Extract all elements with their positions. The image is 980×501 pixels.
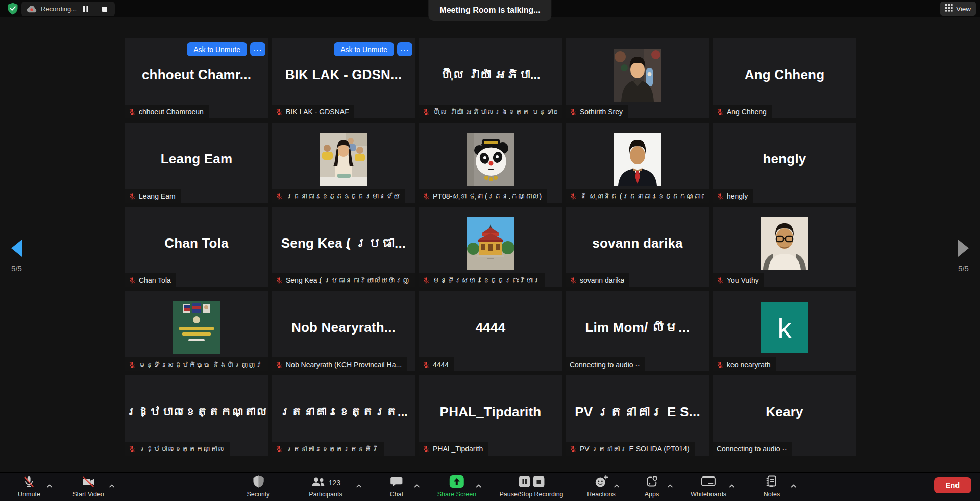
mic-muted-icon — [276, 108, 283, 115]
participant-tile: Chan Tola Chan Tola — [125, 207, 268, 287]
toolbar-item-chat[interactable]: Chat — [390, 475, 403, 498]
toolbar-item-label: Unmute — [18, 491, 40, 498]
participant-tile: Nob Nearyrath... Nob Nearyrath (KCH Prov… — [272, 291, 415, 371]
next-page-arrow-icon[interactable] — [958, 240, 969, 257]
toolbar-item-label: Pause/Stop Recording — [499, 491, 563, 498]
mic-muted-icon — [22, 475, 36, 491]
participant-tile: រតនាគារខេត្តឧត្តរមានជ័យ — [272, 123, 415, 203]
host-controls: Ask to Unmute ··· — [187, 42, 265, 56]
chevron-up-icon[interactable] — [109, 481, 115, 490]
toolbar-item-participants[interactable]: 123 Participants — [309, 475, 342, 498]
name-label: You Vuthy — [713, 273, 764, 287]
chevron-up-icon[interactable] — [729, 481, 735, 490]
toolbar-item-apps[interactable]: Apps — [645, 475, 659, 498]
toolbar-item-label: Security — [247, 491, 270, 498]
view-button-label: View — [956, 5, 971, 13]
chevron-up-icon[interactable] — [414, 481, 420, 490]
name-label: Chan Tola — [125, 273, 176, 287]
name-label: chhoeut Chamroeun — [125, 105, 209, 118]
chevron-up-icon[interactable] — [668, 481, 673, 490]
page-indicator-right: 5/5 — [958, 264, 969, 273]
stop-recording-button[interactable] — [100, 4, 110, 14]
shield-check-icon — [6, 2, 19, 15]
whiteboards-icon — [701, 475, 716, 490]
mic-muted-icon — [717, 361, 724, 368]
participant-tile: Leang Eam Leang Eam — [125, 123, 268, 203]
pause-recording-button[interactable] — [81, 4, 91, 14]
name-label-text: keo nearyrath — [727, 361, 771, 369]
name-label: រតនាគារខេត្តរតនគិរី — [272, 442, 384, 456]
mic-muted-icon — [717, 277, 724, 284]
toolbar-item-unmute[interactable]: Unmute — [18, 475, 40, 498]
mic-muted-icon — [717, 108, 724, 115]
mic-muted-icon — [276, 193, 283, 200]
participant-tile: PT08-សុខា ថុនា (រតន.កណ្តាល) — [419, 123, 562, 203]
prev-page-control: 5/5 — [11, 240, 22, 273]
name-label-text: Seng Kea ( ប្រធានការិយាល័យហិរញ្ញ... — [286, 276, 410, 284]
name-label: Seng Kea ( ប្រធានការិយាល័យហិរញ្ញ... — [272, 273, 415, 287]
participant-tile: Sothirith Srey — [566, 38, 709, 118]
mic-muted-icon — [423, 361, 430, 368]
name-label-text: You Vuthy — [727, 276, 759, 284]
toolbar-item-start-video[interactable]: Start Video — [72, 475, 104, 498]
participant-display-name: chhoeut Chamr... — [142, 67, 251, 90]
toolbar-item-label: Chat — [390, 491, 403, 498]
participant-display-name: Ang Chheng — [745, 67, 825, 90]
name-label-text: រតនាគារខេត្តឧត្តរមានជ័យ — [286, 192, 400, 200]
mic-muted-icon — [717, 193, 724, 200]
toolbar-item-share-screen[interactable]: Share Screen — [437, 475, 476, 498]
chevron-up-icon[interactable] — [47, 481, 53, 490]
toolbar-item-label: Reactions — [587, 491, 616, 498]
more-options-button[interactable]: ··· — [397, 42, 412, 56]
name-label-text: BIK LAK - GDSNAF — [286, 108, 349, 116]
participant-tile: មន្ទីរសេដ្ឋកិច្ច និងហិរញ្ញវត្ថុខេត្តស្ទឹ… — [125, 291, 268, 371]
name-label: Nob Nearyrath (KCH Provincail Ha... — [272, 357, 407, 371]
chevron-up-icon[interactable] — [356, 481, 362, 490]
participant-display-name: Nob Nearyrath... — [291, 320, 396, 343]
toolbar-item-whiteboards[interactable]: Whiteboards — [691, 475, 726, 498]
participant-display-name: ហ៊ុីល វ៉ាយ៉ា អភិបា... — [440, 68, 540, 89]
reactions-icon — [594, 475, 608, 490]
participant-display-name: sovann darika — [592, 235, 682, 258]
name-label-text: Connecting to audio ·· — [570, 361, 640, 369]
participant-display-name: Seng Kea ( ប្រធា... — [281, 235, 406, 258]
name-label: BIK LAK - GDSNAF — [272, 105, 354, 118]
participants-icon — [311, 475, 326, 490]
chevron-up-icon[interactable] — [476, 481, 482, 490]
recording-label: Recording... — [41, 5, 77, 13]
participant-tile: PHAL_Tipdarith PHAL_Tipdarith — [419, 375, 562, 456]
mic-muted-icon — [276, 361, 283, 368]
building-photo — [467, 217, 514, 270]
zoom-meeting-window: Recording... Meeting Room is talking... … — [0, 0, 980, 501]
toolbar-item-security[interactable]: Security — [247, 475, 270, 498]
participant-display-name: Chan Tola — [164, 235, 229, 258]
toolbar-item-pause-stop-recording[interactable]: Pause/Stop Recording — [499, 475, 563, 498]
toolbar-item-label: Apps — [645, 491, 659, 498]
mic-muted-icon — [129, 193, 136, 200]
toolbar-item-label: Start Video — [72, 491, 104, 498]
name-label-text: Leang Eam — [139, 192, 176, 200]
ask-to-unmute-button[interactable]: Ask to Unmute — [187, 42, 247, 56]
prev-page-arrow-icon[interactable] — [11, 240, 22, 257]
mic-muted-icon — [570, 445, 577, 452]
participant-tile: រតនាគារខេត្តរត... រតនាគារខេត្តរតនគិរី — [272, 375, 415, 456]
ask-to-unmute-button[interactable]: Ask to Unmute — [334, 42, 394, 56]
toolbar-item-notes[interactable]: Notes — [764, 475, 780, 498]
man-outdoor-photo — [614, 49, 661, 102]
name-label-text: រដ្ឋបាលខេត្តកណ្តាល — [139, 445, 225, 453]
name-label: Ang Chheng — [713, 105, 772, 118]
view-button[interactable]: View — [940, 2, 976, 16]
participant-tile: PV រតនាគារ E S... PV រតនាគារ E SOLIDA (P… — [566, 375, 709, 456]
participant-tile: hengly hengly — [713, 123, 856, 203]
end-meeting-button[interactable]: End — [934, 477, 971, 493]
participant-display-name: 4444 — [476, 320, 506, 343]
more-options-button[interactable]: ··· — [250, 42, 265, 56]
toolbar-item-reactions[interactable]: Reactions — [587, 475, 616, 498]
chevron-up-icon[interactable] — [614, 481, 620, 490]
name-label-text: PHAL_Tipdarith — [433, 445, 483, 453]
host-controls: Ask to Unmute ··· — [334, 42, 412, 56]
participant-tile: You Vuthy — [713, 207, 856, 287]
next-page-control: 5/5 — [958, 240, 969, 273]
chevron-up-icon[interactable] — [791, 481, 797, 490]
apps-icon — [645, 475, 658, 490]
